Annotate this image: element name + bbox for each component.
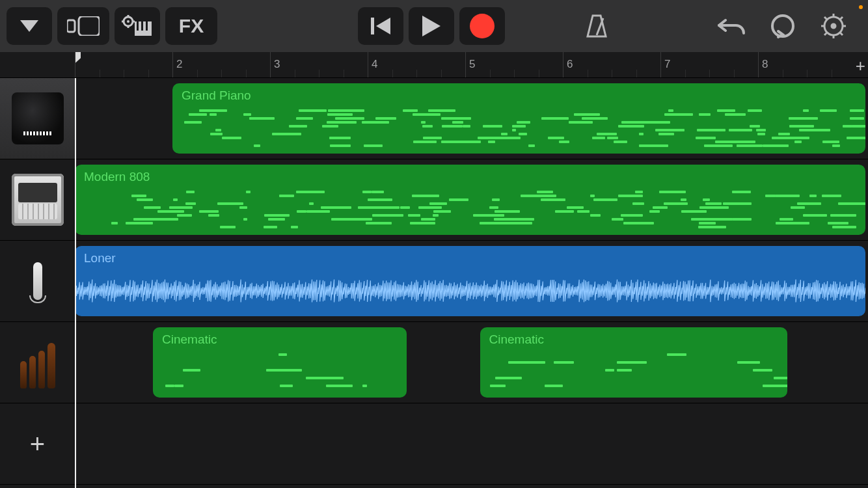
record-button[interactable] bbox=[459, 7, 505, 45]
svg-rect-12 bbox=[146, 21, 148, 31]
svg-marker-14 bbox=[376, 18, 390, 34]
track-settings-button[interactable] bbox=[115, 7, 160, 45]
view-toggle-button[interactable] bbox=[57, 7, 109, 45]
svg-marker-0 bbox=[20, 20, 38, 32]
arrange-window: + 2345678 + Grand Piano Modern 808 Loner… bbox=[0, 52, 868, 488]
region-label: Modern 808 bbox=[84, 170, 856, 184]
svg-point-19 bbox=[832, 24, 835, 28]
record-icon bbox=[470, 14, 495, 38]
piano-icon bbox=[12, 92, 64, 144]
microphone-icon bbox=[12, 255, 64, 307]
region-label: Cinematic bbox=[489, 332, 779, 347]
svg-line-26 bbox=[840, 17, 843, 20]
track-headers: + bbox=[0, 52, 75, 488]
playhead-flag[interactable] bbox=[75, 52, 81, 63]
region[interactable]: Grand Piano bbox=[172, 83, 865, 154]
add-track-button[interactable]: + bbox=[0, 403, 75, 485]
svg-line-27 bbox=[824, 33, 827, 35]
bar-number: 4 bbox=[372, 58, 377, 71]
toolbar: FX bbox=[0, 0, 868, 52]
region[interactable]: Cinematic bbox=[153, 327, 407, 398]
bar-number: 3 bbox=[274, 58, 280, 71]
fx-button[interactable]: FX bbox=[165, 7, 217, 45]
transport-controls bbox=[358, 7, 510, 45]
notification-dot bbox=[859, 5, 863, 9]
region[interactable]: Cinematic bbox=[480, 327, 788, 398]
svg-rect-13 bbox=[371, 18, 374, 34]
loop-button[interactable] bbox=[760, 7, 806, 45]
bar-ruler[interactable]: 2345678 + bbox=[75, 52, 868, 78]
svg-line-25 bbox=[840, 33, 843, 35]
svg-line-16 bbox=[597, 18, 603, 35]
svg-line-24 bbox=[824, 17, 827, 20]
lane-2[interactable]: Loner bbox=[75, 241, 868, 322]
svg-rect-11 bbox=[141, 21, 143, 31]
settings-button[interactable] bbox=[811, 7, 856, 45]
track-header-drum-machine[interactable] bbox=[0, 159, 75, 241]
lanes: Grand Piano Modern 808 Loner CinematicCi… bbox=[75, 78, 868, 488]
svg-point-4 bbox=[127, 20, 129, 23]
add-bars-button[interactable]: + bbox=[856, 56, 865, 76]
bar-number: 8 bbox=[762, 58, 768, 71]
region[interactable]: Modern 808 bbox=[75, 165, 865, 235]
play-button[interactable] bbox=[409, 7, 454, 45]
bar-number: 6 bbox=[567, 58, 573, 71]
region[interactable]: Loner bbox=[75, 246, 865, 316]
bar-number: 5 bbox=[469, 58, 475, 71]
menu-button[interactable] bbox=[7, 7, 52, 45]
svg-marker-15 bbox=[422, 16, 441, 36]
lane-0[interactable]: Grand Piano bbox=[75, 78, 868, 159]
svg-rect-10 bbox=[137, 21, 139, 31]
region-label: Loner bbox=[84, 251, 856, 265]
timeline[interactable]: 2345678 + Grand Piano Modern 808 Loner C… bbox=[75, 52, 868, 488]
rewind-button[interactable] bbox=[358, 7, 403, 45]
playhead[interactable] bbox=[75, 78, 76, 488]
metronome-button[interactable] bbox=[574, 7, 619, 45]
track-header-piano[interactable] bbox=[0, 78, 75, 159]
drum-machine-icon bbox=[12, 174, 64, 226]
svg-rect-2 bbox=[79, 16, 100, 36]
region-label: Cinematic bbox=[162, 332, 398, 347]
strings-icon bbox=[12, 336, 64, 388]
lane-3[interactable]: CinematicCinematic bbox=[75, 322, 868, 403]
region-label: Grand Piano bbox=[182, 88, 856, 103]
lane-empty[interactable] bbox=[75, 403, 868, 485]
lane-1[interactable]: Modern 808 bbox=[75, 159, 868, 241]
track-header-strings[interactable] bbox=[0, 322, 75, 403]
undo-button[interactable] bbox=[709, 7, 755, 45]
bar-number: 7 bbox=[664, 58, 670, 71]
ruler-corner bbox=[0, 52, 75, 78]
bar-number: 2 bbox=[176, 58, 182, 71]
track-header-microphone[interactable] bbox=[0, 241, 75, 322]
svg-rect-1 bbox=[67, 20, 75, 32]
